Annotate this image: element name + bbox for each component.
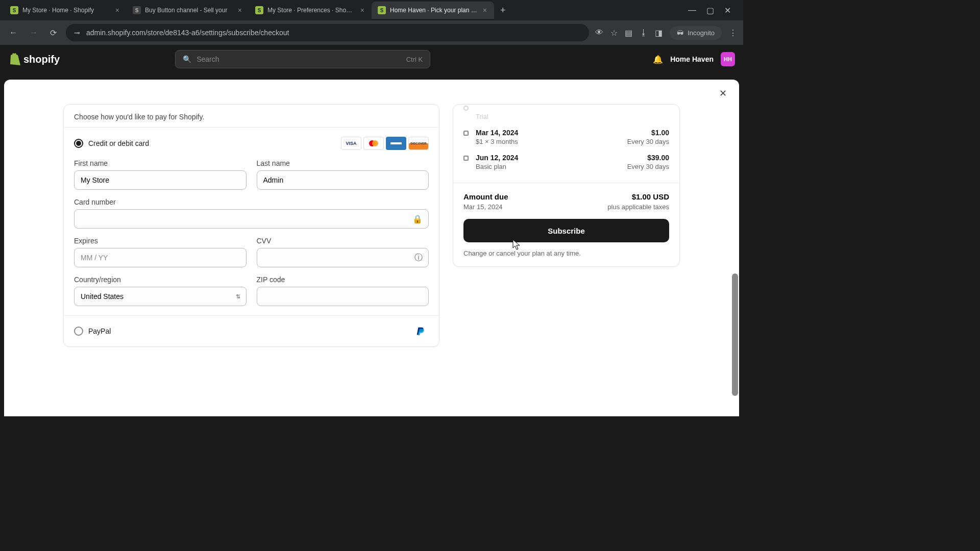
change-plan-note: Change or cancel your plan at any time. — [463, 249, 669, 257]
browser-tab-active[interactable]: S Home Haven · Pick your plan · S × — [372, 2, 494, 19]
expires-input[interactable] — [74, 248, 247, 267]
shopify-bag-icon — [8, 53, 20, 66]
close-icon[interactable]: × — [359, 6, 365, 15]
discover-icon: DISCOVER — [408, 137, 429, 150]
tab-strip: S My Store · Home · Shopify × S Buy Butt… — [0, 0, 743, 20]
bookmark-icon[interactable]: ☆ — [610, 28, 618, 38]
radio-unchecked-icon[interactable] — [74, 327, 83, 336]
lock-icon: 🔒 — [412, 214, 423, 224]
cvv-input[interactable] — [257, 248, 429, 267]
last-name-input[interactable] — [257, 170, 429, 190]
download-icon[interactable]: ⭳ — [640, 28, 648, 37]
avatar[interactable]: HH — [721, 52, 735, 66]
paypal-section[interactable]: PayPal — [64, 315, 439, 346]
browser-tab[interactable]: S Buy Button channel - Sell your × — [127, 2, 249, 19]
close-icon[interactable]: × — [114, 6, 120, 15]
tab-title: My Store · Home · Shopify — [22, 7, 110, 14]
url-input[interactable]: ⊸ admin.shopify.com/store/de8143-a6/sett… — [66, 24, 589, 41]
incognito-icon: 🕶 — [677, 29, 683, 37]
bullet-icon — [463, 131, 469, 136]
credit-card-label: Credit or debit card — [88, 139, 149, 147]
search-icon: 🔍 — [183, 55, 191, 63]
svg-rect-3 — [390, 142, 402, 144]
timeline-price: $1.00 — [627, 129, 669, 137]
timeline-date: Mar 14, 2024 — [476, 129, 620, 137]
info-icon[interactable]: ⓘ — [414, 253, 423, 263]
shopify-header: shopify 🔍 Search Ctrl K 🔔 Home Haven HH — [0, 45, 743, 73]
window-controls: — ▢ ✕ — [680, 6, 739, 15]
timeline-sub: $1 × 3 months — [476, 138, 620, 145]
close-icon[interactable]: ✕ — [719, 88, 727, 99]
store-name[interactable]: Home Haven — [670, 55, 714, 63]
close-window-icon[interactable]: ✕ — [724, 6, 731, 15]
field-label: Last name — [257, 159, 429, 167]
new-tab-button[interactable]: + — [494, 1, 512, 20]
expires-field: Expires — [74, 237, 247, 267]
shopify-logo[interactable]: shopify — [8, 53, 60, 66]
radio-checked-icon[interactable] — [74, 139, 83, 148]
card-brand-logos: VISA DISCOVER — [341, 137, 429, 150]
browser-tab[interactable]: S My Store · Home · Shopify × — [4, 2, 127, 19]
payment-subtitle: Choose how you'd like to pay for Shopify… — [74, 113, 429, 121]
timeline-sub: Basic plan — [476, 163, 620, 170]
shopify-favicon: S — [378, 6, 386, 14]
payment-panel: Choose how you'd like to pay for Shopify… — [63, 104, 439, 347]
bullet-icon — [463, 156, 469, 161]
zip-input[interactable] — [257, 287, 429, 306]
checkout-modal: ✕ Choose how you'd like to pay for Shopi… — [4, 80, 739, 416]
svg-point-1 — [372, 140, 378, 146]
timeline-item: Jun 12, 2024 Basic plan $39.00 Every 30 … — [463, 149, 669, 174]
credit-card-radio-row[interactable]: Credit or debit card VISA DISCOVER — [74, 137, 429, 150]
site-info-icon[interactable]: ⊸ — [74, 29, 80, 37]
back-button[interactable]: ← — [6, 25, 20, 40]
timeline-date: Jun 12, 2024 — [476, 154, 620, 162]
amex-icon — [386, 137, 406, 150]
close-icon[interactable]: × — [482, 6, 488, 15]
modal-scroll[interactable]: Choose how you'd like to pay for Shopify… — [4, 80, 739, 416]
first-name-field: First name — [74, 159, 247, 190]
search-kbd-hint: Ctrl K — [406, 56, 423, 63]
extension-icon[interactable]: ▤ — [625, 28, 632, 38]
field-label: Card number — [74, 198, 429, 206]
browser-tab[interactable]: S My Store · Preferences · Shopify × — [249, 2, 372, 19]
summary-panel: Today Trial Free Mar 14, 2024 $1 × 3 mon… — [453, 104, 680, 267]
reload-button[interactable]: ⟳ — [47, 25, 60, 41]
maximize-icon[interactable]: ▢ — [706, 6, 714, 15]
browser-chrome: S My Store · Home · Shopify × S Buy Butt… — [0, 0, 743, 45]
timeline-period: Every 30 days — [627, 138, 669, 145]
tab-title: Buy Button channel - Sell your — [145, 7, 233, 14]
country-select[interactable]: United States — [74, 287, 247, 306]
amount-due-label: Amount due — [463, 192, 508, 201]
shopify-favicon: S — [255, 6, 263, 14]
bell-icon[interactable]: 🔔 — [653, 55, 663, 64]
close-icon[interactable]: × — [237, 6, 243, 15]
subscribe-button[interactable]: Subscribe — [463, 219, 669, 242]
timeline-price: $39.00 — [627, 154, 669, 162]
field-label: Country/region — [74, 276, 247, 284]
paypal-label: PayPal — [88, 327, 111, 335]
eye-off-icon[interactable]: 👁 — [595, 28, 603, 37]
tax-note: plus applicable taxes — [607, 203, 669, 211]
timeline-item: Mar 14, 2024 $1 × 3 months $1.00 Every 3… — [463, 124, 669, 149]
visa-icon: VISA — [341, 137, 361, 150]
tab-title: Home Haven · Pick your plan · S — [390, 7, 478, 14]
timeline-period: Every 30 days — [627, 163, 669, 170]
credit-card-section: Credit or debit card VISA DISCOVER First… — [64, 127, 439, 315]
card-number-input[interactable] — [74, 209, 429, 229]
due-date: Mar 15, 2024 — [463, 203, 503, 211]
scrollbar[interactable] — [731, 182, 739, 416]
brand-text: shopify — [23, 54, 60, 65]
country-field: Country/region United States ⇅ — [74, 276, 247, 306]
incognito-label: Incognito — [688, 29, 715, 37]
address-bar: ← → ⟳ ⊸ admin.shopify.com/store/de8143-a… — [0, 20, 743, 45]
menu-icon[interactable]: ⋮ — [729, 28, 737, 38]
minimize-icon[interactable]: — — [688, 6, 696, 15]
incognito-badge[interactable]: 🕶 Incognito — [670, 26, 722, 40]
amount-due-value: $1.00 USD — [632, 192, 669, 201]
field-label: Expires — [74, 237, 247, 245]
sidepanel-icon[interactable]: ◨ — [655, 28, 663, 38]
forward-button[interactable]: → — [27, 25, 41, 40]
scrollbar-thumb[interactable] — [732, 273, 738, 396]
first-name-input[interactable] — [74, 170, 247, 190]
search-input[interactable]: 🔍 Search Ctrl K — [175, 50, 430, 68]
